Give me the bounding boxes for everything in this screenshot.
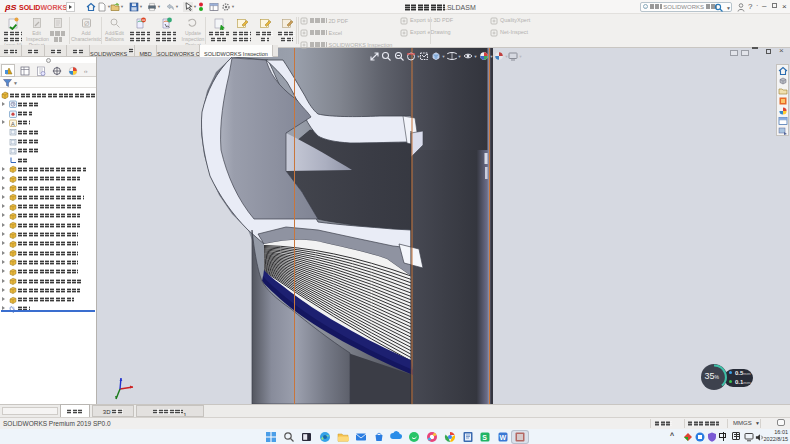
svg-text:A: A <box>11 120 15 126</box>
svg-text:S: S <box>482 434 487 441</box>
svg-text:Ø: Ø <box>84 20 90 27</box>
svg-text:W: W <box>500 434 507 441</box>
